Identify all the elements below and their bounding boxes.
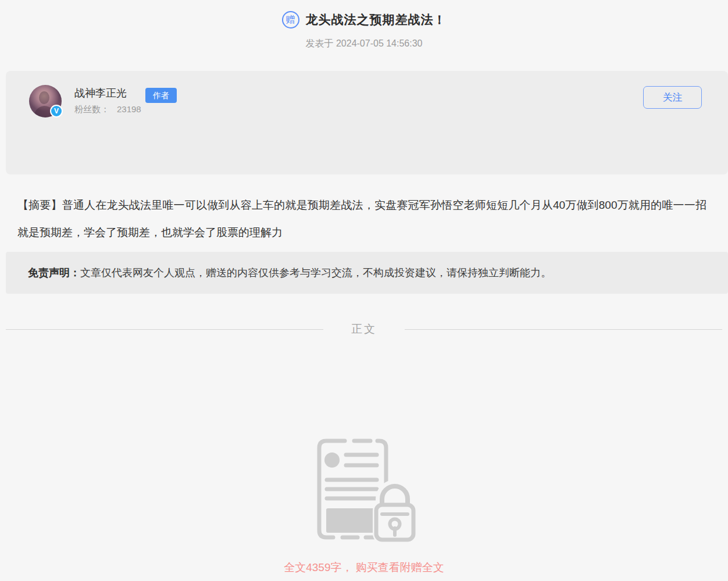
disclaimer-bar: 免责声明：文章仅代表网友个人观点，赠送的内容仅供参考与学习交流，不构成投资建议，… bbox=[6, 252, 728, 294]
article-abstract: 【摘要】普通人在龙头战法里唯一可以做到从容上车的就是预期差战法，实盘赛冠军孙悟空… bbox=[17, 191, 706, 246]
fans-row: 粉丝数：23198 bbox=[74, 104, 141, 115]
disclaimer-text: 文章仅代表网友个人观点，赠送的内容仅供参考与学习交流，不构成投资建议，请保持独立… bbox=[80, 266, 551, 280]
locked-content-area bbox=[311, 435, 422, 551]
document-lock-icon bbox=[311, 435, 422, 551]
purchase-full-text-link[interactable]: 全文4359字， 购买查看附赠全文 bbox=[0, 560, 728, 575]
body-divider-label: 正文 bbox=[351, 322, 377, 337]
author-role-badge: 作者 bbox=[145, 88, 177, 103]
author-name[interactable]: 战神李正光 bbox=[74, 86, 127, 100]
fans-label: 粉丝数： bbox=[74, 104, 109, 114]
body-divider: 正文 bbox=[6, 322, 722, 337]
divider-line-right bbox=[405, 329, 722, 330]
fans-count: 23198 bbox=[117, 104, 141, 114]
divider-line-left bbox=[6, 329, 323, 330]
disclaimer-label: 免责声明： bbox=[28, 266, 80, 280]
follow-button[interactable]: 关注 bbox=[643, 86, 702, 109]
publish-date: 发表于 2024-07-05 14:56:30 bbox=[0, 38, 728, 50]
verified-icon: V bbox=[50, 105, 63, 117]
author-card: V 战神李正光 作者 粉丝数：23198 关注 bbox=[6, 71, 728, 174]
article-header: 赠 龙头战法之预期差战法！ bbox=[0, 11, 728, 28]
page-title: 龙头战法之预期差战法！ bbox=[306, 12, 447, 28]
gift-badge-icon: 赠 bbox=[282, 11, 299, 28]
